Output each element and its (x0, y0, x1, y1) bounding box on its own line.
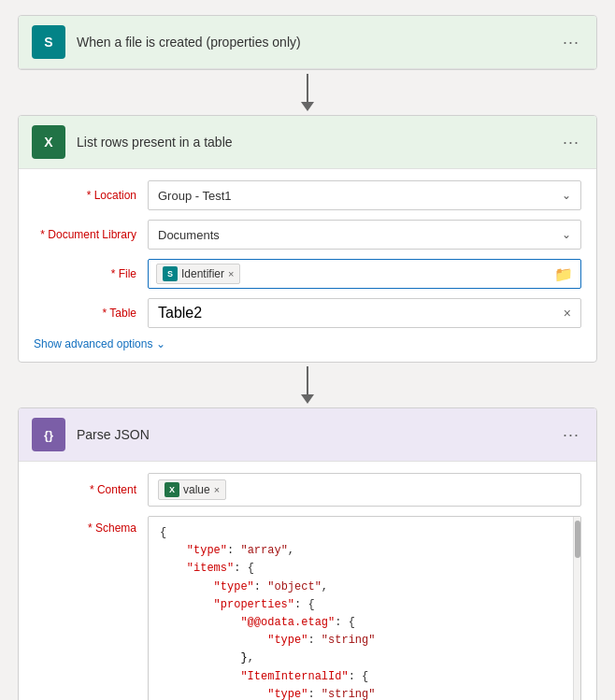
schema-scrollbar[interactable] (573, 517, 580, 700)
excel-icon: X (32, 125, 65, 159)
arrow-1 (301, 70, 314, 115)
file-tag-sp-icon: S (163, 266, 178, 281)
schema-label: * Schema (34, 521, 136, 535)
schema-line-1: { (160, 524, 569, 542)
card1-menu-button[interactable]: ··· (559, 31, 583, 54)
schema-line-10: "type": "string" (160, 686, 569, 700)
content-control[interactable]: X value × (148, 473, 581, 507)
arrow-1-head (301, 102, 314, 111)
schema-row: * Schema { "type": "array", "items": { "… (34, 516, 581, 700)
doc-library-dropdown[interactable]: Documents ⌄ (148, 220, 581, 250)
folder-icon[interactable]: 📁 (554, 265, 573, 283)
card1-header: S When a file is created (properties onl… (19, 16, 596, 69)
file-tag-chip: S Identifier × (156, 264, 240, 284)
content-tag-chip: X value × (158, 479, 226, 500)
doc-library-label: * Document Library (34, 228, 136, 241)
sharepoint-icon: S (32, 25, 65, 59)
schema-line-9: "ItemInternalId": { (160, 668, 569, 686)
table-control[interactable]: Table2 × (148, 298, 581, 328)
file-row: * File S Identifier × 📁 (34, 259, 581, 289)
advanced-options: Show advanced options ⌄ (34, 337, 581, 350)
table-clear-icon[interactable]: × (564, 306, 571, 321)
file-label: * File (34, 267, 136, 280)
schema-scrollbar-thumb (575, 521, 580, 558)
schema-line-5: "properties": { (160, 596, 569, 614)
excel-card: X List rows present in a table ··· * Loc… (18, 115, 597, 363)
schema-line-3: "items": { (160, 560, 569, 578)
content-row: * Content X value × (34, 473, 581, 507)
doc-library-value: Documents (158, 228, 220, 242)
location-value: Group - Test1 (158, 189, 232, 203)
content-label: * Content (34, 483, 136, 496)
sharepoint-trigger-card: S When a file is created (properties onl… (18, 15, 597, 70)
file-control[interactable]: S Identifier × 📁 (148, 259, 581, 289)
card2-body: * Location Group - Test1 ⌄ * Document Li… (19, 169, 596, 362)
location-label: * Location (34, 189, 136, 202)
schema-line-4: "type": "object", (160, 579, 569, 596)
content-tag-xl-icon: X (164, 482, 179, 497)
schema-line-6: "@@odata.etag": { (160, 614, 569, 632)
card3-body: * Content X value × * Schema { "type": "… (19, 462, 596, 700)
table-row-field: * Table Table2 × (34, 298, 581, 328)
location-dropdown[interactable]: Group - Test1 ⌄ (148, 180, 581, 210)
location-chevron-icon: ⌄ (562, 189, 571, 202)
card1-title: When a file is created (properties only) (77, 35, 548, 50)
card2-menu-button[interactable]: ··· (559, 131, 583, 154)
arrow-1-line (307, 74, 308, 102)
card2-header: X List rows present in a table ··· (19, 116, 596, 169)
content-tag-close-icon[interactable]: × (214, 484, 220, 495)
schema-line-7: "type": "string" (160, 632, 569, 650)
schema-line-8: }, (160, 650, 569, 667)
schema-editor[interactable]: { "type": "array", "items": { "type": "o… (148, 516, 581, 700)
location-row: * Location Group - Test1 ⌄ (34, 180, 581, 210)
card2-title: List rows present in a table (77, 135, 548, 150)
flow-container: S When a file is created (properties onl… (15, 15, 600, 700)
arrow-2-line (307, 366, 308, 394)
file-tag-label: Identifier (181, 267, 224, 280)
doc-library-chevron-icon: ⌄ (562, 228, 571, 241)
parse-json-icon: {} (32, 418, 65, 451)
file-tag-close-icon[interactable]: × (228, 268, 234, 279)
content-tag-label: value (183, 483, 210, 496)
arrow-2 (301, 363, 314, 407)
table-value: Table2 (158, 305, 202, 321)
card3-title: Parse JSON (77, 427, 548, 442)
parse-json-card: {} Parse JSON ··· * Content X value × * … (18, 407, 597, 700)
doc-library-row: * Document Library Documents ⌄ (34, 220, 581, 250)
schema-wrapper: { "type": "array", "items": { "type": "o… (148, 516, 581, 700)
advanced-options-link[interactable]: Show advanced options ⌄ (34, 337, 581, 350)
arrow-2-head (301, 394, 314, 404)
table-label: * Table (34, 307, 136, 320)
schema-line-2: "type": "array", (160, 542, 569, 560)
card3-header: {} Parse JSON ··· (19, 408, 596, 462)
card3-menu-button[interactable]: ··· (559, 423, 583, 447)
advanced-chevron-icon: ⌄ (156, 337, 165, 350)
